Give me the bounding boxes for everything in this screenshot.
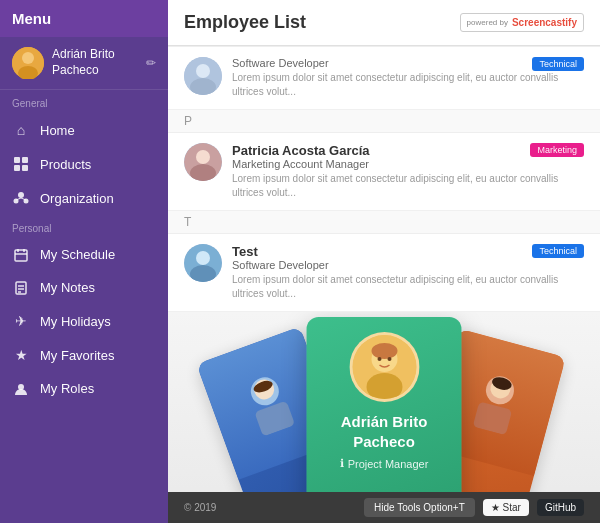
role-label: Project Manager bbox=[348, 458, 429, 470]
svg-rect-12 bbox=[15, 250, 27, 261]
sidebar-item-my-roles[interactable]: My Roles bbox=[0, 372, 168, 405]
employee-role: Software Developer bbox=[232, 57, 584, 69]
sidebar-header: Menu bbox=[0, 0, 168, 37]
footer-tools: Hide Tools Option+T ★ Star GitHub bbox=[364, 498, 584, 517]
holidays-icon: ✈ bbox=[12, 313, 30, 329]
copyright-text: © 2019 bbox=[184, 502, 216, 513]
footer: © 2019 Hide Tools Option+T ★ Star GitHub bbox=[168, 492, 600, 523]
center-card-name: Adrián Brito Pacheco bbox=[319, 412, 450, 451]
sidebar-item-my-holidays[interactable]: ✈ My Holidays bbox=[0, 304, 168, 338]
sidebar-user-profile[interactable]: Adrián Brito Pacheco ✏ bbox=[0, 37, 168, 90]
employee-role: Software Developer bbox=[232, 259, 584, 271]
status-badge: Technical bbox=[532, 57, 584, 71]
center-card-role: ℹ Project Manager bbox=[340, 457, 429, 470]
github-button[interactable]: GitHub bbox=[537, 499, 584, 516]
card-overlay: Iñaki Somlo Díi @SoftwareDeveloper bbox=[168, 312, 600, 492]
sidebar-item-my-schedule[interactable]: My Schedule bbox=[0, 238, 168, 271]
organization-icon bbox=[12, 190, 30, 206]
sidebar-item-products[interactable]: Products bbox=[0, 147, 168, 181]
list-item[interactable]: Software Developer Lorem ipsum dolor sit… bbox=[168, 46, 600, 110]
schedule-icon bbox=[12, 248, 30, 262]
svg-point-25 bbox=[196, 150, 210, 164]
star-button[interactable]: ★ Star bbox=[483, 499, 529, 516]
status-badge: Marketing bbox=[530, 143, 584, 157]
products-icon bbox=[12, 156, 30, 172]
avatar bbox=[184, 244, 222, 282]
center-card-avatar bbox=[349, 332, 419, 402]
svg-point-39 bbox=[387, 357, 391, 361]
svg-point-22 bbox=[196, 64, 210, 78]
employee-info: Test Software Developer Lorem ipsum dolo… bbox=[232, 244, 584, 301]
svg-rect-31 bbox=[254, 400, 295, 436]
svg-point-38 bbox=[377, 357, 381, 361]
my-roles-icon bbox=[12, 382, 30, 396]
avatar bbox=[184, 57, 222, 95]
list-item[interactable]: Patricia Acosta García Marketing Account… bbox=[168, 133, 600, 211]
svg-rect-5 bbox=[14, 165, 20, 171]
list-item[interactable]: Test Software Developer Lorem ipsum dolo… bbox=[168, 234, 600, 312]
sidebar-item-notes-label: My Notes bbox=[40, 280, 95, 295]
general-section-label: General bbox=[0, 90, 168, 113]
employee-desc: Lorem ipsum dolor sit amet consectetur a… bbox=[232, 273, 584, 301]
screencastify-brand: Screencastify bbox=[512, 17, 577, 28]
svg-rect-3 bbox=[14, 157, 20, 163]
section-divider-p: P bbox=[168, 110, 600, 133]
section-divider-t: T bbox=[168, 211, 600, 234]
employee-desc: Lorem ipsum dolor sit amet consectetur a… bbox=[232, 172, 584, 200]
svg-point-1 bbox=[22, 52, 34, 64]
main-content: Employee List powered by Screencastify S… bbox=[168, 0, 600, 523]
sidebar-item-organization-label: Organization bbox=[40, 191, 114, 206]
employee-name: Test bbox=[232, 244, 584, 259]
avatar bbox=[12, 47, 44, 79]
notes-icon bbox=[12, 281, 30, 295]
avatar bbox=[184, 143, 222, 181]
sidebar-title: Menu bbox=[12, 10, 51, 27]
screencastify-logo: powered by Screencastify bbox=[460, 13, 584, 32]
hide-tools-button[interactable]: Hide Tools Option+T bbox=[364, 498, 475, 517]
favorites-icon: ★ bbox=[12, 347, 30, 363]
home-icon: ⌂ bbox=[12, 122, 30, 138]
center-employee-card[interactable]: Adrián Brito Pacheco ℹ Project Manager bbox=[307, 317, 462, 492]
sidebar-item-favorites-label: My Favorites bbox=[40, 348, 114, 363]
svg-point-37 bbox=[371, 343, 397, 359]
sidebar-item-holidays-label: My Holidays bbox=[40, 314, 111, 329]
sidebar-item-my-roles-label: My Roles bbox=[40, 381, 94, 396]
svg-rect-6 bbox=[22, 165, 28, 171]
svg-point-7 bbox=[18, 192, 24, 198]
employee-role: Marketing Account Manager bbox=[232, 158, 584, 170]
main-header: Employee List powered by Screencastify bbox=[168, 0, 600, 46]
sidebar-item-home-label: Home bbox=[40, 123, 75, 138]
employee-info: Software Developer Lorem ipsum dolor sit… bbox=[232, 57, 584, 99]
user-name: Adrián Brito Pacheco bbox=[52, 47, 146, 78]
sidebar: Menu Adrián Brito Pacheco ✏ General ⌂ Ho… bbox=[0, 0, 168, 523]
powered-by-text: powered by bbox=[467, 18, 508, 27]
shortcut-text: Option+T bbox=[423, 502, 464, 513]
employee-desc: Lorem ipsum dolor sit amet consectetur a… bbox=[232, 71, 584, 99]
sidebar-item-home[interactable]: ⌂ Home bbox=[0, 113, 168, 147]
page-title: Employee List bbox=[184, 12, 306, 33]
sidebar-item-organization[interactable]: Organization bbox=[0, 181, 168, 215]
edit-icon[interactable]: ✏ bbox=[146, 56, 156, 70]
svg-point-28 bbox=[196, 251, 210, 265]
sidebar-item-products-label: Products bbox=[40, 157, 91, 172]
info-icon: ℹ bbox=[340, 457, 344, 470]
employee-list: Software Developer Lorem ipsum dolor sit… bbox=[168, 46, 600, 492]
sidebar-item-my-favorites[interactable]: ★ My Favorites bbox=[0, 338, 168, 372]
sidebar-item-schedule-label: My Schedule bbox=[40, 247, 115, 262]
personal-section-label: Personal bbox=[0, 215, 168, 238]
svg-rect-4 bbox=[22, 157, 28, 163]
sidebar-item-my-notes[interactable]: My Notes bbox=[0, 271, 168, 304]
status-badge: Technical bbox=[532, 244, 584, 258]
svg-rect-41 bbox=[473, 401, 513, 435]
